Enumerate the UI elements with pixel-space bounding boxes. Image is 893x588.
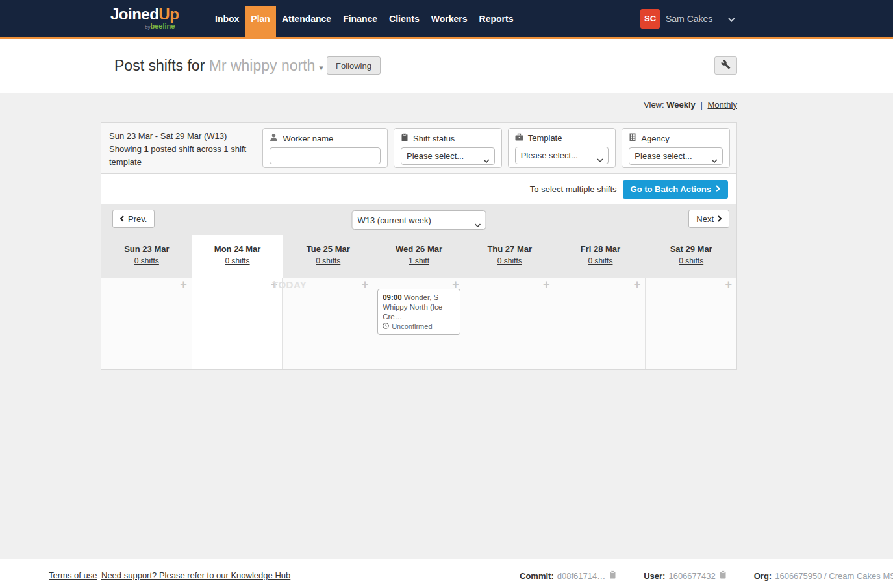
add-shift-icon[interactable]: + <box>543 278 550 290</box>
today-watermark: TODAY <box>272 279 307 290</box>
worker-name-filter: Worker name <box>262 128 388 168</box>
day-column-wed: + 09:00 Wonder, S Whippy North (Ice Cre…… <box>373 278 464 369</box>
shift-status-filter: Shift status Please select... <box>394 128 502 168</box>
following-button[interactable]: Following <box>327 56 381 75</box>
app-screen: JoinedUp bybeeline Inbox Plan Attendance… <box>0 0 893 588</box>
batch-actions-row: To select multiple shifts Go to Batch Ac… <box>101 174 737 204</box>
page-footer: Terms of use Need support? Please refer … <box>0 559 893 588</box>
add-shift-icon[interactable]: + <box>362 278 369 290</box>
day-column-thu: + <box>464 278 555 369</box>
day-column-sat: + <box>646 278 736 369</box>
day-column-fri: + <box>555 278 646 369</box>
day-header-thu: Thu 27 Mar0 shifts <box>464 235 555 278</box>
day-header-wed: Wed 26 Mar1 shift <box>373 235 464 278</box>
day-shifts-link[interactable]: 0 shifts <box>316 256 340 265</box>
nav-item-plan[interactable]: Plan <box>245 0 276 37</box>
logo-wordmark: JoinedUp <box>110 6 179 22</box>
day-column-sun: + <box>101 278 192 369</box>
calendar-grid: TODAY + + + + 09:00 Wonder, S Whippy Nor… <box>101 278 737 370</box>
day-header-sun: Sun 23 Mar0 shifts <box>101 235 192 278</box>
nav-item-clients[interactable]: Clients <box>383 0 425 37</box>
settings-wrench-button[interactable] <box>714 56 737 75</box>
wrench-icon <box>721 60 731 71</box>
terms-link[interactable]: Terms of use <box>49 570 97 580</box>
chevron-down-icon <box>728 13 735 25</box>
clock-icon <box>383 323 392 330</box>
prev-week-button[interactable]: Prev. <box>112 210 155 228</box>
day-shifts-link[interactable]: 1 shift <box>409 256 429 265</box>
day-column-mon: + <box>192 278 283 369</box>
nav-item-inbox[interactable]: Inbox <box>209 0 245 37</box>
shift-card[interactable]: 09:00 Wonder, S Whippy North (Ice Cre… U… <box>377 289 460 335</box>
day-header-fri: Fri 28 Mar0 shifts <box>555 235 646 278</box>
person-icon <box>270 133 283 143</box>
copy-icon[interactable] <box>605 570 616 581</box>
view-monthly-link[interactable]: Monthly <box>707 100 737 110</box>
clipboard-icon <box>401 133 413 143</box>
week-select-wrap: W13 (current week) <box>352 210 486 230</box>
caret-down-icon: ▾ <box>319 63 323 73</box>
day-header-mon: Mon 24 Mar0 shifts <box>192 235 283 278</box>
day-shifts-link[interactable]: 0 shifts <box>134 256 159 265</box>
nav-item-attendance[interactable]: Attendance <box>276 0 337 37</box>
user-menu[interactable]: SC Sam Cakes <box>640 0 735 37</box>
content-area: View: Weekly | Monthly Sun 23 Mar - Sat … <box>0 93 893 559</box>
plan-panel: Sun 23 Mar - Sat 29 Mar (W13) Showing 1 … <box>101 122 737 370</box>
week-nav-row: Prev. W13 (current week) Next <box>101 204 737 235</box>
user-info: User:1606677432 <box>644 570 727 581</box>
nav-item-finance[interactable]: Finance <box>337 0 383 37</box>
shift-status-select[interactable]: Please select... <box>401 147 495 165</box>
chevron-right-icon <box>711 184 720 194</box>
day-header-tue: Tue 25 Mar0 shifts <box>283 235 373 278</box>
building-icon <box>629 133 641 143</box>
add-shift-icon[interactable]: + <box>180 278 187 290</box>
joinedup-logo[interactable]: JoinedUp bybeeline <box>110 0 179 37</box>
footer-meta: Commit:d08f61714… User:1606677432 Org:16… <box>520 570 893 581</box>
top-navbar: JoinedUp bybeeline Inbox Plan Attendance… <box>0 0 893 39</box>
commit-info: Commit:d08f61714… <box>520 570 616 581</box>
week-summary: Sun 23 Mar - Sat 29 Mar (W13) Showing 1 … <box>109 128 257 168</box>
next-week-button[interactable]: Next <box>688 210 729 228</box>
worker-name-input[interactable] <box>270 147 381 164</box>
org-info: Org:1606675950 / Cream Cakes MSP <box>754 570 893 581</box>
copy-icon[interactable] <box>716 570 727 581</box>
chevron-left-icon <box>120 214 128 224</box>
agency-filter: Agency Please select... <box>622 128 730 168</box>
view-switcher: View: Weekly | Monthly <box>101 100 737 110</box>
day-shifts-link[interactable]: 0 shifts <box>225 256 250 265</box>
add-shift-icon[interactable]: + <box>725 278 733 290</box>
agency-select[interactable]: Please select... <box>629 147 723 165</box>
go-to-batch-actions-button[interactable]: Go to Batch Actions <box>623 180 728 199</box>
user-name: Sam Cakes <box>666 14 712 24</box>
chevron-right-icon <box>714 214 722 224</box>
client-selector[interactable]: Mr whippy north▾ <box>209 57 323 74</box>
day-column-tue: + <box>283 278 373 369</box>
day-headers: Sun 23 Mar0 shifts Mon 24 Mar0 shifts Tu… <box>101 235 737 278</box>
week-select[interactable]: W13 (current week) <box>352 210 486 230</box>
nav-item-reports[interactable]: Reports <box>473 0 520 37</box>
template-filter: Template Please select... <box>508 128 616 168</box>
logo-byline: bybeeline <box>110 22 179 31</box>
day-shifts-link[interactable]: 0 shifts <box>497 256 522 265</box>
support-link[interactable]: Need support? Please refer to our Knowle… <box>101 570 290 580</box>
title-bar: Post shifts for Mr whippy north▾ Followi… <box>0 39 893 93</box>
view-weekly: Weekly <box>666 100 696 110</box>
day-shifts-link[interactable]: 0 shifts <box>679 256 703 265</box>
batch-hint: To select multiple shifts <box>530 184 617 194</box>
day-header-sat: Sat 29 Mar0 shifts <box>646 235 736 278</box>
day-shifts-link[interactable]: 0 shifts <box>588 256 612 265</box>
add-shift-icon[interactable]: + <box>634 278 641 290</box>
nav-item-workers[interactable]: Workers <box>425 0 473 37</box>
template-select[interactable]: Please select... <box>515 147 609 164</box>
briefcase-icon <box>515 133 528 143</box>
main-nav: Inbox Plan Attendance Finance Clients Wo… <box>209 0 519 37</box>
avatar: SC <box>640 9 660 29</box>
filter-row: Sun 23 Mar - Sat 29 Mar (W13) Showing 1 … <box>101 122 737 174</box>
page-title: Post shifts for Mr whippy north▾ <box>114 57 323 75</box>
